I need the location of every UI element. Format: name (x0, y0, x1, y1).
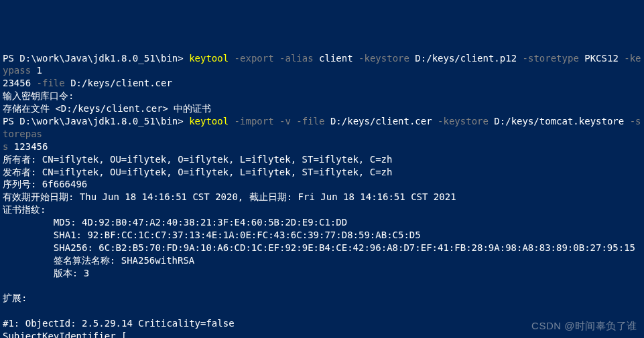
cert-serial: 序列号: 6f666496 (3, 179, 87, 189)
cert-owner: 所有者: CN=iflytek, OU=iflytek, O=iflytek, … (3, 154, 392, 165)
file-arg: D:/keys/client.cer (65, 78, 172, 88)
terminal-output: PS D:\work\Java\jdk1.8.0_51\bin> keytool… (3, 52, 641, 338)
cert-validity: 有效期开始日期: Thu Jun 18 14:16:51 CST 2020, 截… (3, 191, 456, 202)
cert-sha1: SHA1: 92:BF:CC:1C:C7:37:13:4E:1A:0E:FC:4… (3, 230, 421, 240)
file-flag: -file (31, 78, 65, 88)
ps-prompt-1: PS D:\work\Java\jdk1.8.0_51\bin> keytool… (3, 53, 641, 76)
extensions-header: 扩展: (3, 292, 27, 303)
ext-ski: SubjectKeyIdentifier [ (3, 331, 127, 338)
storepass-wrap: s 123456 (3, 141, 48, 152)
cert-sha256: SHA256: 6C:B2:B5:70:FD:9A:10:A6:CD:1C:EF… (3, 242, 635, 253)
cert-sigalg: 签名算法名称: SHA256withRSA (3, 255, 194, 266)
keypass-wrap: 23456 (3, 78, 31, 88)
cert-fingerprints-header: 证书指纹: (3, 204, 46, 215)
stored-cert: 存储在文件 <D:/keys/client.cer> 中的证书 (3, 103, 211, 114)
cert-version: 版本: 3 (3, 268, 89, 278)
watermark: CSDN @时间辜负了谁 (531, 319, 637, 333)
cert-issuer: 发布者: CN=iflytek, OU=iflytek, O=iflytek, … (3, 167, 392, 177)
ps-prompt-2: PS D:\work\Java\jdk1.8.0_51\bin> keytool… (3, 116, 641, 139)
ext-objectid: #1: ObjectId: 2.5.29.14 Criticality=fals… (3, 318, 235, 329)
enter-password: 输入密钥库口令: (3, 90, 74, 101)
cert-md5: MD5: 4D:92:B0:47:A2:40:38:21:3F:E4:60:5B… (3, 217, 347, 228)
